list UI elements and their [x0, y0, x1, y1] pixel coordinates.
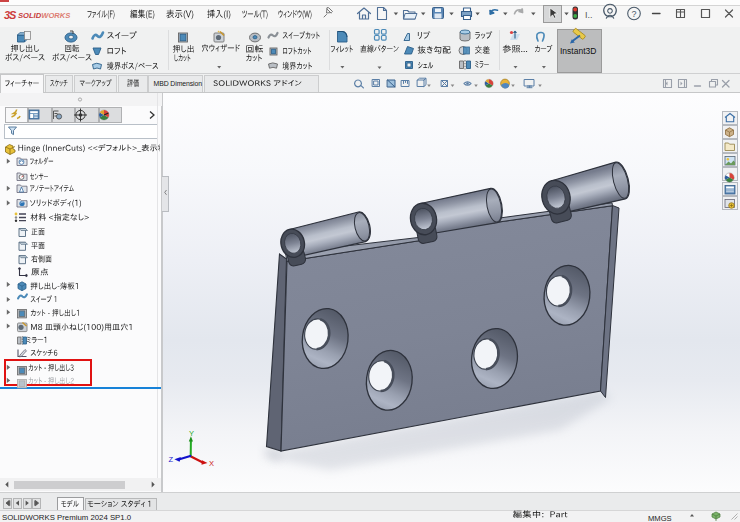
- svg-text:?: ?: [631, 9, 636, 19]
- svg-text:Z: Z: [169, 455, 174, 464]
- svg-text:X: X: [209, 459, 214, 468]
- svg-text:Y: Y: [189, 429, 194, 438]
